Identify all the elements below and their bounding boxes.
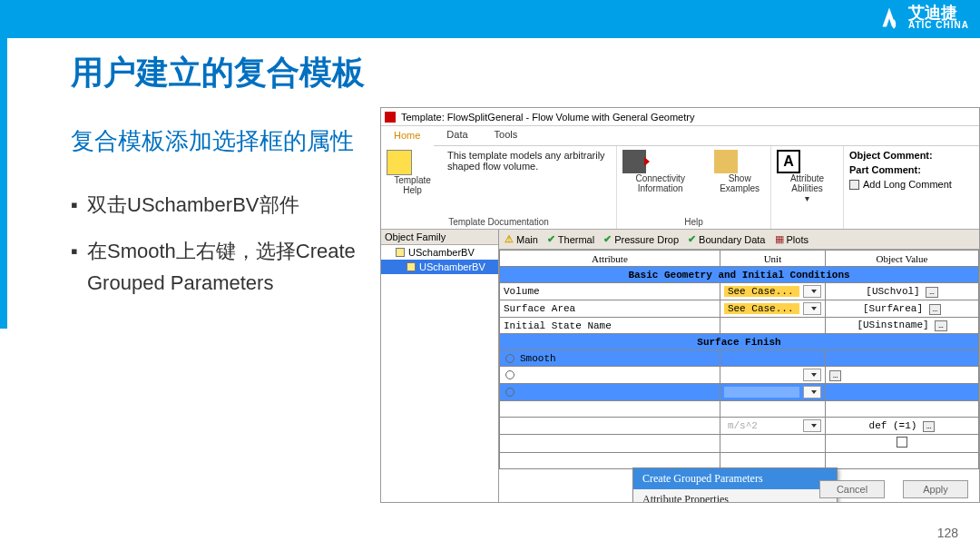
col-unit: Unit <box>720 251 825 267</box>
unit-initial-state[interactable] <box>720 318 825 334</box>
gtab-thermal[interactable]: ✔Thermal <box>547 233 594 245</box>
top-bar: 艾迪捷 ATIC CHINA <box>0 0 980 38</box>
brand-en: ATIC CHINA <box>908 21 969 30</box>
gtab-boundary[interactable]: ✔Boundary Data <box>688 233 765 245</box>
checkbox-icon <box>849 180 859 190</box>
tree-header: Object Family <box>381 230 498 245</box>
gtab-pressure[interactable]: ✔Pressure Drop <box>603 233 679 245</box>
template-help-icon <box>387 150 412 175</box>
ctx-attribute-properties[interactable]: Attribute Properties <box>633 489 837 503</box>
attr-row-b[interactable] <box>500 367 720 384</box>
val-surface-area[interactable]: [SurfArea] … <box>826 300 979 318</box>
gtab-plots[interactable]: ▦Plots <box>775 233 808 245</box>
object-family-tree: Object Family USchamberBV USchamberBV <box>381 230 499 502</box>
brand-cn: 艾迪捷 <box>908 4 957 22</box>
apply-button[interactable]: Apply <box>903 480 968 498</box>
checkbox-icon[interactable] <box>897 437 907 448</box>
section-surface-finish: Surface Finish <box>500 334 979 350</box>
window-titlebar[interactable]: Template: FlowSplitGeneral - Flow Volume… <box>381 108 979 126</box>
template-description: This template models any arbitrarily sha… <box>447 150 611 172</box>
cancel-button[interactable]: Cancel <box>819 480 885 498</box>
col-value: Object Value <box>826 251 979 267</box>
attr-surface-area[interactable]: Surface Area <box>500 300 720 318</box>
val-def[interactable]: def (=1) … <box>826 418 979 435</box>
ribbon: Template Help This template models any a… <box>381 146 979 230</box>
ctx-create-grouped-parameters[interactable]: Create Grouped Parameters <box>633 468 837 489</box>
bullet-1: 双击USchamberBV部件 <box>71 189 375 221</box>
bullet-list: 双击USchamberBV部件 在Smooth上右键，选择Create Grou… <box>71 189 375 314</box>
logo-icon <box>876 4 903 31</box>
label-part-comment: Part Comment: <box>849 164 921 175</box>
abilities-icon: A <box>777 150 800 173</box>
tab-data[interactable]: Data <box>434 126 481 145</box>
connectivity-icon <box>622 150 646 173</box>
template-editor-window: Template: FlowSplitGeneral - Flow Volume… <box>380 107 980 503</box>
group-label-help: Help <box>622 217 765 227</box>
side-accent <box>0 38 7 329</box>
group-label-doc: Template Documentation <box>387 217 611 227</box>
slide-subtitle: 复合模板添加选择框的属性 <box>71 125 354 157</box>
examples-icon <box>714 150 738 173</box>
context-menu: Create Grouped Parameters Attribute Prop… <box>632 467 838 503</box>
show-examples-button[interactable]: Show Examples <box>714 150 765 193</box>
tree-child[interactable]: USchamberBV <box>381 260 498 274</box>
section-basic-geometry: Basic Geometry and Initial Conditions <box>500 267 979 283</box>
window-title: Template: FlowSplitGeneral - Flow Volume… <box>401 112 694 123</box>
node-icon <box>407 262 416 271</box>
connectivity-info-button[interactable]: Connectivity Information <box>622 150 698 193</box>
add-long-comment-checkbox[interactable]: Add Long Comment <box>849 179 975 190</box>
brand-logo: 艾迪捷 ATIC CHINA <box>876 4 969 31</box>
unit-volume[interactable]: See Case... <box>720 283 825 300</box>
more-icon[interactable]: … <box>929 304 941 315</box>
attr-volume[interactable]: Volume <box>500 283 720 300</box>
ribbon-tabs: Home Data Tools <box>381 126 979 146</box>
node-icon <box>396 248 405 257</box>
col-attribute: Attribute <box>500 251 720 267</box>
more-icon[interactable]: … <box>829 370 841 381</box>
tab-home[interactable]: Home <box>381 127 434 146</box>
tree-root[interactable]: USchamberBV <box>381 245 498 260</box>
tab-tools[interactable]: Tools <box>482 126 532 145</box>
gtab-main[interactable]: ⚠Main <box>505 233 538 245</box>
more-icon[interactable]: … <box>926 287 937 298</box>
unit-surface-area[interactable]: See Case... <box>720 300 825 318</box>
app-icon <box>385 112 396 123</box>
val-volume[interactable]: [USchvol] … <box>826 283 979 300</box>
attr-initial-state[interactable]: Initial State Name <box>500 318 720 334</box>
attr-row-c[interactable] <box>500 384 720 401</box>
val-initial-state[interactable]: [USinstname] … <box>826 318 979 334</box>
label-object-comment: Object Comment: <box>849 150 933 161</box>
bullet-2: 在Smooth上右键，选择Create Grouped Parameters <box>71 235 375 299</box>
more-icon[interactable]: … <box>935 320 946 331</box>
attribute-abilities-button[interactable]: A Attribute Abilities ▾ <box>777 150 838 203</box>
attr-smooth[interactable]: Smooth <box>500 350 720 367</box>
more-icon[interactable]: … <box>923 421 935 432</box>
page-number: 128 <box>937 526 958 540</box>
slide-title: 用户建立的复合模板 <box>71 51 365 95</box>
template-help-button[interactable]: Template Help <box>387 150 438 195</box>
attribute-grid: ⚠Main ✔Thermal ✔Pressure Drop ✔Boundary … <box>499 230 979 502</box>
